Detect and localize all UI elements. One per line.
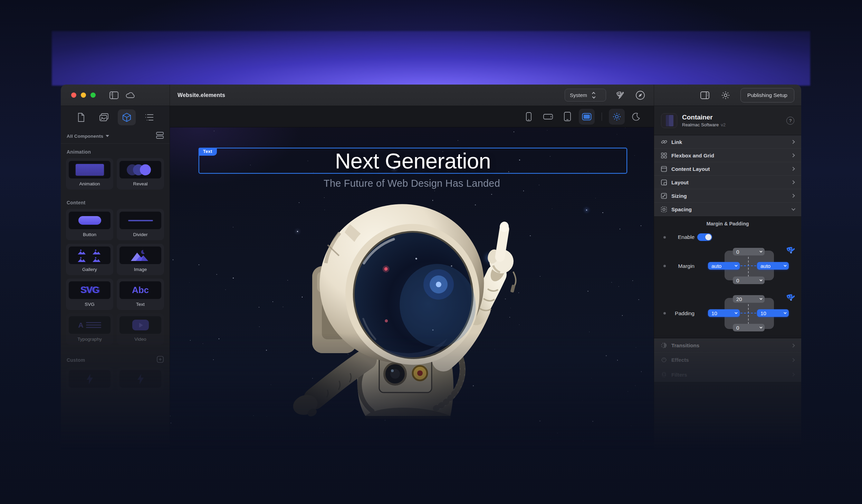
component-card-image[interactable]: Image — [117, 244, 164, 275]
section-header-animation: Animation — [61, 144, 170, 158]
select-chevrons-icon — [593, 92, 595, 98]
row-transitions[interactable]: Transitions — [654, 338, 801, 353]
reveal-glyph-icon — [124, 164, 157, 176]
padding-axis-line — [748, 304, 749, 324]
settings-gear-icon[interactable] — [720, 90, 731, 100]
canvas-toolbar — [170, 106, 654, 127]
chevron-right-icon — [791, 343, 795, 347]
help-icon[interactable]: ? — [786, 117, 794, 125]
effects-icon — [661, 357, 671, 363]
margin-top-dropdown[interactable]: 0 — [733, 248, 765, 255]
components-filter-row: All Components — [61, 129, 170, 143]
enable-toggle[interactable] — [697, 233, 712, 241]
property-rows: Link Flexbox and Grid — [654, 135, 801, 216]
component-card-custom-1[interactable] — [66, 367, 113, 391]
row-spacing[interactable]: Spacing — [654, 203, 801, 216]
row-flexbox-grid[interactable]: Flexbox and Grid — [654, 149, 801, 162]
publishing-setup-button[interactable]: Publishing Setup — [740, 88, 794, 103]
image-glyph-icon — [130, 249, 152, 262]
dark-mode-moon-icon[interactable] — [628, 109, 644, 125]
preview-phone-portrait-icon[interactable] — [521, 109, 537, 125]
row-layout[interactable]: Layout — [654, 176, 801, 189]
light-mode-sun-icon[interactable] — [609, 109, 625, 125]
component-card-typography[interactable]: A Typography — [66, 313, 113, 345]
chevron-right-icon — [791, 140, 795, 144]
margin-axis-line — [748, 257, 749, 277]
preview-compass-icon[interactable] — [634, 90, 646, 100]
component-card-divider[interactable]: Divider — [117, 209, 164, 240]
component-card-svg[interactable]: SVG SVG — [66, 279, 113, 310]
row-content-layout[interactable]: Content Layout — [654, 162, 801, 176]
component-card-animation[interactable]: Animation — [66, 158, 113, 190]
appearance-select[interactable]: System — [565, 89, 606, 101]
tab-pages[interactable] — [72, 109, 90, 125]
container-thumbnail-icon — [661, 113, 677, 128]
component-card-gallery[interactable]: Gallery — [66, 244, 113, 275]
row-link[interactable]: Link — [654, 135, 801, 149]
page-headline[interactable]: Next Generation — [199, 148, 626, 173]
margin-left-dropdown[interactable]: auto — [708, 262, 740, 270]
component-card-reveal[interactable]: Reveal — [117, 158, 164, 190]
bolt-icon — [86, 374, 94, 385]
padding-top-dropdown[interactable]: 20 — [733, 295, 765, 303]
preview-desktop-icon[interactable] — [579, 109, 595, 125]
traffic-lights — [71, 93, 96, 98]
margin-axis-line-h — [740, 265, 756, 266]
link-icon — [661, 139, 671, 145]
padding-theme-mask-icon[interactable] — [786, 294, 795, 304]
spacing-section-title: Margin & Padding — [654, 221, 801, 226]
chevron-right-icon — [791, 358, 795, 362]
tab-assets[interactable] — [95, 109, 113, 125]
animation-components-grid: Animation Reveal — [61, 158, 170, 190]
canvas-stage[interactable]: Text Next Generation The Future of Web D… — [170, 127, 654, 461]
toolbar-separator — [602, 113, 602, 121]
component-vendor: Realmac Softwarev2 — [682, 122, 726, 127]
svg-glyph-icon: SVG — [80, 285, 99, 295]
sizing-icon — [661, 193, 671, 199]
row-filters[interactable]: Filters — [654, 367, 801, 382]
row-effects[interactable]: Effects — [654, 353, 801, 367]
document-title: Website.elements — [178, 92, 225, 98]
content-layout-icon — [661, 166, 671, 172]
cloud-sync-icon[interactable] — [125, 90, 136, 100]
list-layout-toggle-icon[interactable] — [156, 132, 164, 140]
preview-tablet-icon[interactable] — [559, 109, 575, 125]
appearance-select-value: System — [570, 92, 587, 98]
component-card-text[interactable]: Abc Text — [117, 279, 164, 310]
margin-bullet — [663, 265, 666, 267]
padding-right-dropdown[interactable]: 10 — [757, 309, 789, 317]
toggle-inspector-icon[interactable] — [699, 90, 711, 100]
component-card-button[interactable]: Button — [66, 209, 113, 240]
typography-glyph-icon: A — [78, 321, 101, 329]
margin-right-dropdown[interactable]: auto — [757, 262, 789, 270]
content-components-grid: Button Divider Galler — [61, 209, 170, 345]
tab-outline[interactable] — [141, 109, 159, 125]
preview-phone-landscape-icon[interactable] — [540, 109, 556, 125]
toggle-sidebar-icon[interactable] — [108, 90, 120, 100]
page-subheadline[interactable]: The Future of Web Design Has Landed — [170, 178, 654, 189]
padding-left-dropdown[interactable]: 10 — [708, 309, 740, 317]
section-header-custom: Custom — [61, 350, 170, 367]
animation-glyph-icon — [75, 163, 105, 176]
row-sizing[interactable]: Sizing — [654, 189, 801, 203]
button-glyph-icon — [78, 216, 101, 225]
enable-label: Enable — [668, 234, 695, 240]
padding-bottom-dropdown[interactable]: 0 — [733, 324, 765, 331]
components-filter-dropdown[interactable]: All Components — [67, 134, 109, 139]
selected-text-element[interactable]: Text Next Generation — [199, 148, 627, 174]
tab-components[interactable] — [118, 109, 136, 125]
padding-axis-line-h — [740, 313, 756, 313]
margin-bottom-dropdown[interactable]: 0 — [733, 277, 765, 284]
component-card-video[interactable]: Video — [117, 313, 164, 345]
inspector-panel: Container Realmac Softwarev2 ? Link — [654, 106, 801, 461]
window-top-glow — [52, 31, 810, 86]
sidebar-tabs — [61, 106, 170, 129]
component-card-custom-2[interactable] — [117, 367, 164, 391]
add-custom-component-icon[interactable] — [157, 356, 164, 364]
theme-editor-icon[interactable] — [614, 90, 626, 100]
close-window-button[interactable] — [71, 93, 76, 98]
zoom-window-button[interactable] — [90, 93, 96, 98]
caret-down-icon — [106, 135, 109, 137]
margin-theme-mask-icon[interactable] — [786, 246, 795, 256]
minimize-window-button[interactable] — [81, 93, 86, 98]
